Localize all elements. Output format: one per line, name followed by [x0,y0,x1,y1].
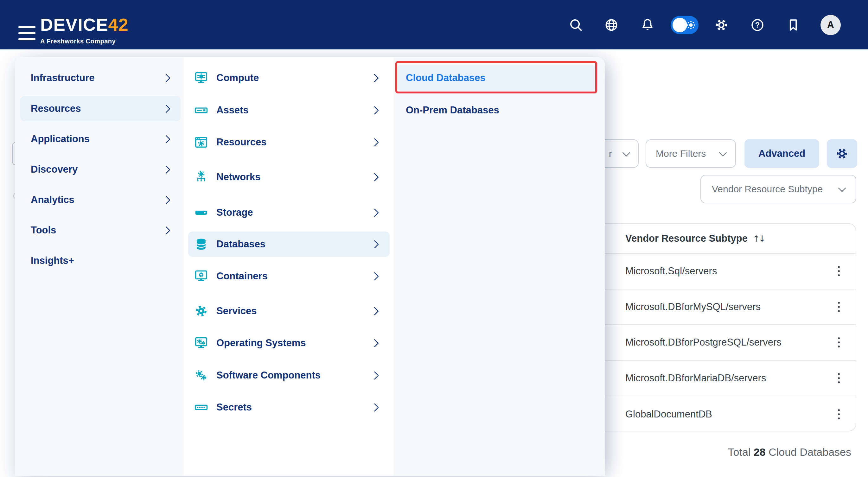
total-suffix: Cloud Databases [769,446,851,458]
total-count-value: 28 [754,446,766,458]
chevron-right-icon [370,173,379,182]
column-filter-label: Vendor Resource Subtype [712,184,823,194]
submenu-item-secrets[interactable]: Secrets [188,395,390,420]
chevron-right-icon [370,138,379,147]
table-row[interactable]: GlobalDocumentDB [596,396,856,432]
table-row[interactable]: Microsoft.DBforMariaDB/servers [596,361,856,396]
resources-icon [194,135,209,150]
operating-systems-icon [194,336,209,350]
vendor-resource-subtype-filter-dropdown[interactable]: Vendor Resource Subtype [701,175,856,203]
submenu-item-on-prem-databases[interactable]: On-Prem Databases [397,98,595,123]
chevron-right-icon [370,74,379,82]
top-navigation-bar: DEVICE42 A Freshworks Company [0,0,868,50]
submenu-item-databases[interactable]: Databases [188,231,390,257]
submenu-item-operating-systems[interactable]: Operating Systems [188,330,390,356]
menu-item-resources[interactable]: Resources [20,96,181,121]
column-header-label: Vendor Resource Subtype [625,233,748,244]
cell-vendor-resource-subtype: Microsoft.Sql/servers [625,265,717,277]
software-components-icon [194,368,209,383]
user-avatar[interactable]: A [820,15,841,35]
row-actions-kebab-icon[interactable] [836,300,842,314]
svg-text:?: ? [755,21,760,29]
menu-column-databases-submenu: Cloud Databases On-Prem Databases [394,57,605,476]
chevron-right-icon [370,371,379,380]
toggle-knob [673,18,687,32]
submenu-item-services[interactable]: Services [188,298,390,324]
chevron-right-icon [162,104,170,113]
chevron-down-icon [719,149,727,156]
navigation-mega-menu: Infrastructure Resources Applications Di… [15,57,605,476]
gear-icon [835,147,849,160]
menu-item-analytics[interactable]: Analytics [20,187,181,213]
total-prefix: Total [728,446,751,458]
submenu-item-storage[interactable]: Storage [188,200,390,225]
menu-item-discovery[interactable]: Discovery [20,157,181,182]
avatar-letter: A [827,19,834,31]
sun-icon [686,20,696,30]
advanced-button[interactable]: Advanced [744,139,819,168]
more-filters-dropdown[interactable]: More Filters [646,139,736,168]
submenu-item-compute[interactable]: Compute [188,65,390,91]
submenu-item-software-components[interactable]: Software Components [188,363,390,388]
submenu-item-resources[interactable]: Resources [188,130,390,155]
theme-toggle[interactable] [671,16,699,34]
menu-item-tools[interactable]: Tools [20,218,181,243]
databases-icon [194,237,209,252]
containers-icon [194,269,209,284]
storage-icon [194,205,209,220]
partial-filter-label: r [609,148,612,159]
hamburger-menu-icon[interactable] [19,26,35,40]
menu-item-insights-plus[interactable]: Insights+ [20,248,181,273]
services-gear-icon [194,304,209,318]
chevron-right-icon [370,272,379,281]
row-actions-kebab-icon[interactable] [836,371,842,385]
submenu-item-cloud-databases[interactable]: Cloud Databases [397,65,595,91]
menu-item-infrastructure[interactable]: Infrastructure [20,65,181,91]
assets-icon [194,103,209,118]
globe-icon[interactable] [604,18,619,32]
compute-icon [194,71,209,85]
submenu-item-assets[interactable]: Assets [188,98,390,123]
device42-logo[interactable]: DEVICE42 A Freshworks Company [40,16,129,44]
total-count: Total 28 Cloud Databases [728,446,851,458]
help-icon[interactable]: ? [750,18,765,32]
chevron-right-icon [370,307,379,315]
chevron-down-icon [838,184,846,192]
bookmark-icon[interactable] [786,18,801,32]
table-row[interactable]: Microsoft.DBforPostgreSQL/servers [596,325,856,361]
chevron-right-icon [370,240,379,249]
chevron-right-icon [370,339,379,347]
more-filters-label: More Filters [656,148,706,159]
table-header-row[interactable]: Vendor Resource Subtype ↑↓ [596,224,856,254]
table-row[interactable]: Microsoft.DBforMySQL/servers [596,289,856,325]
menu-item-applications[interactable]: Applications [20,126,181,152]
notifications-bell-icon[interactable] [640,18,655,32]
table-row[interactable]: Microsoft.Sql/servers [596,254,856,289]
chevron-right-icon [370,106,379,115]
submenu-item-networks[interactable]: Networks [188,164,390,190]
chevron-right-icon [162,74,170,82]
row-actions-kebab-icon[interactable] [836,407,842,421]
menu-column-resources-submenu: Compute Assets [184,57,394,476]
chevron-down-icon [622,149,630,156]
submenu-item-containers[interactable]: Containers [188,263,390,289]
cell-vendor-resource-subtype: GlobalDocumentDB [625,409,712,420]
chevron-right-icon [162,226,170,235]
device42-app: r More Filters Advanced Vendor Resource … [0,0,868,477]
search-icon[interactable] [569,18,583,32]
sort-icon[interactable]: ↑↓ [753,234,765,244]
chevron-right-icon [370,403,379,412]
cell-vendor-resource-subtype: Microsoft.DBforMySQL/servers [625,301,761,313]
settings-gear-icon[interactable] [714,18,728,32]
menu-column-primary: Infrastructure Resources Applications Di… [15,57,184,476]
row-actions-kebab-icon[interactable] [836,336,842,349]
secrets-icon [194,400,209,415]
chevron-right-icon [370,209,379,217]
cell-vendor-resource-subtype: Microsoft.DBforMariaDB/servers [625,373,766,384]
chevron-right-icon [162,196,170,204]
logo-subtitle: A Freshworks Company [40,38,129,44]
networks-icon [194,170,209,184]
table-settings-button[interactable] [827,139,857,168]
cloud-databases-table: Vendor Resource Subtype ↑↓ Microsoft.Sql… [595,223,856,432]
row-actions-kebab-icon[interactable] [836,264,842,278]
